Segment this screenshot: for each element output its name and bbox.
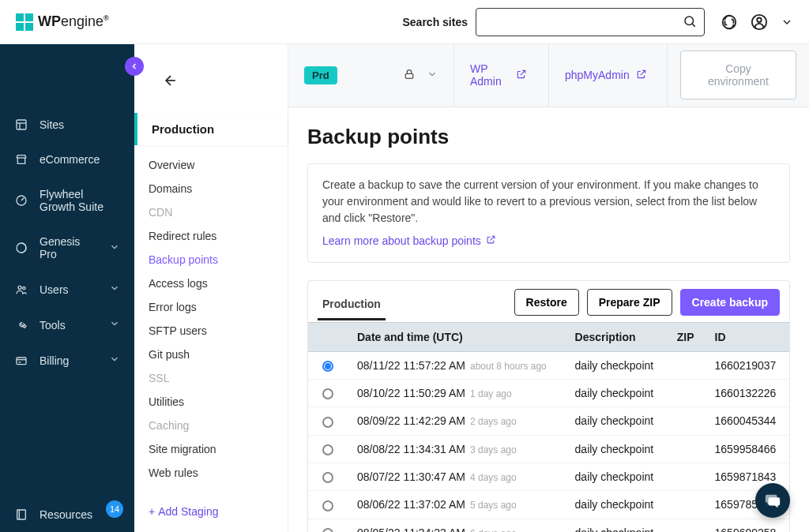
card-icon xyxy=(14,354,28,367)
cell-zip xyxy=(668,491,706,519)
table-row[interactable]: 08/06/22 11:37:02 AM5 days agodaily chec… xyxy=(308,491,789,519)
wp-admin-link[interactable]: WP Admin xyxy=(470,62,527,89)
sidebar-item-users[interactable]: Users xyxy=(0,272,134,307)
chat-fab[interactable] xyxy=(755,483,790,518)
row-radio[interactable] xyxy=(322,417,333,428)
chevron-down-icon xyxy=(109,318,120,332)
secnav-domains[interactable]: Domains xyxy=(149,177,273,200)
row-radio[interactable] xyxy=(322,388,333,399)
copy-environment-button[interactable]: Copy environment xyxy=(680,51,796,99)
chevron-down-icon xyxy=(109,283,120,296)
sidebar-label: Resources xyxy=(40,508,120,521)
col-zip: ZIP xyxy=(668,322,706,351)
external-icon xyxy=(516,69,527,82)
row-radio[interactable] xyxy=(322,444,333,455)
search-input[interactable] xyxy=(476,8,705,36)
logo-icon xyxy=(16,13,33,31)
brand-logo[interactable]: WPengine® xyxy=(16,13,109,31)
row-radio[interactable] xyxy=(322,361,333,372)
sidebar-item-sites[interactable]: Sites xyxy=(0,107,134,142)
cell-datetime: 08/05/22 11:34:23 AM xyxy=(357,526,465,532)
secnav-overview[interactable]: Overview xyxy=(149,153,273,177)
cell-relative-time: 6 days ago xyxy=(470,528,517,532)
secnav-site-migration[interactable]: Site migration xyxy=(149,437,273,461)
create-backup-button[interactable]: Create backup xyxy=(680,289,780,316)
backup-table: Production Restore Prepare ZIP Create ba… xyxy=(307,280,790,532)
add-staging-button[interactable]: + Add Staging xyxy=(134,499,288,524)
restore-button[interactable]: Restore xyxy=(514,289,579,316)
account-menu-caret[interactable] xyxy=(781,16,793,28)
cell-relative-time: 3 days ago xyxy=(470,444,517,455)
cell-zip xyxy=(668,407,706,435)
secnav-error-logs[interactable]: Error logs xyxy=(149,295,273,319)
wrench-icon xyxy=(14,319,28,332)
secnav-access-logs[interactable]: Access logs xyxy=(149,272,273,295)
prepare-zip-button[interactable]: Prepare ZIP xyxy=(587,289,672,316)
cell-datetime: 08/10/22 11:50:29 AM xyxy=(357,387,465,399)
cell-zip xyxy=(668,351,706,379)
row-radio[interactable] xyxy=(322,528,333,532)
table-row[interactable]: 08/08/22 11:34:31 AM3 days agodaily chec… xyxy=(308,435,789,463)
support-icon[interactable] xyxy=(721,13,738,31)
sidebar-item-genesis-pro[interactable]: Genesis Pro xyxy=(0,224,134,272)
sidebar-label: Tools xyxy=(40,319,98,332)
secnav-web-rules[interactable]: Web rules xyxy=(149,461,273,485)
table-row[interactable]: 08/05/22 11:34:23 AM6 days agodaily chec… xyxy=(308,519,789,532)
genesis-icon xyxy=(14,242,28,254)
col-datetime: Date and time (UTC) xyxy=(348,322,566,351)
lock-icon xyxy=(403,68,416,83)
svg-rect-15 xyxy=(17,510,26,519)
svg-point-4 xyxy=(757,17,762,22)
page-title: Backup points xyxy=(307,125,790,149)
env-pill[interactable]: Prd xyxy=(304,66,337,84)
info-box: Create a backup to save the current vers… xyxy=(307,163,790,263)
table-row[interactable]: 08/09/22 11:42:29 AM2 days agodaily chec… xyxy=(308,407,789,435)
sidebar-item-resources[interactable]: Resources xyxy=(0,497,134,532)
external-icon xyxy=(636,69,647,82)
table-tab-production[interactable]: Production xyxy=(318,290,386,320)
cell-description: daily checkpoint xyxy=(566,351,668,379)
sidebar-item-flywheel-growth-suite[interactable]: Flywheel Growth Suite xyxy=(0,177,134,224)
sidebar-item-billing[interactable]: Billing xyxy=(0,343,134,378)
col-id: ID xyxy=(706,322,789,351)
secnav-redirect-rules[interactable]: Redirect rules xyxy=(149,224,273,248)
table-row[interactable]: 08/07/22 11:30:47 AM4 days agodaily chec… xyxy=(308,463,789,490)
cell-id: 1660045344 xyxy=(706,407,789,435)
row-radio[interactable] xyxy=(322,472,333,483)
secnav-sftp-users[interactable]: SFTP users xyxy=(149,319,273,343)
secnav-ssl: SSL xyxy=(149,366,273,390)
cell-description: daily checkpoint xyxy=(566,435,668,463)
cell-description: daily checkpoint xyxy=(566,380,668,407)
users-icon xyxy=(14,283,28,296)
sidebar-label: eCommerce xyxy=(40,153,120,166)
back-icon[interactable] xyxy=(163,73,179,91)
secnav-git-push[interactable]: Git push xyxy=(149,343,273,366)
account-icon[interactable] xyxy=(751,13,768,31)
store-icon xyxy=(14,153,28,166)
brand-wp: WP xyxy=(38,13,61,29)
cell-description: daily checkpoint xyxy=(566,519,668,532)
secnav-backup-points[interactable]: Backup points xyxy=(149,248,273,272)
sidebar-label: Sites xyxy=(40,118,120,131)
phpmyadmin-link[interactable]: phpMyAdmin xyxy=(565,69,647,82)
cell-description: daily checkpoint xyxy=(566,491,668,519)
env-tab-production[interactable]: Production xyxy=(134,113,288,145)
svg-rect-12 xyxy=(17,358,26,365)
col-description: Description xyxy=(566,322,668,351)
cell-relative-time: 5 days ago xyxy=(470,500,517,511)
learn-more-link[interactable]: Learn more about backup points xyxy=(322,233,496,249)
secnav-utilities[interactable]: Utilities xyxy=(149,390,273,414)
env-dropdown-caret[interactable] xyxy=(427,69,438,82)
table-row[interactable]: 08/10/22 11:50:29 AM1 day agodaily check… xyxy=(308,380,789,407)
cell-description: daily checkpoint xyxy=(566,463,668,490)
table-row[interactable]: 08/11/22 11:57:22 AMabout 8 hours agodai… xyxy=(308,351,789,379)
sidebar-collapse-toggle[interactable] xyxy=(125,57,144,76)
secnav-caching: Caching xyxy=(149,414,273,437)
search-icon[interactable] xyxy=(683,14,697,31)
sidebar-item-ecommerce[interactable]: eCommerce xyxy=(0,142,134,177)
sidebar-label: Genesis Pro xyxy=(40,235,98,260)
svg-point-0 xyxy=(685,17,694,25)
sidebar-item-tools[interactable]: Tools xyxy=(0,307,134,343)
row-radio[interactable] xyxy=(322,500,333,511)
cell-relative-time: 2 days ago xyxy=(470,416,517,427)
